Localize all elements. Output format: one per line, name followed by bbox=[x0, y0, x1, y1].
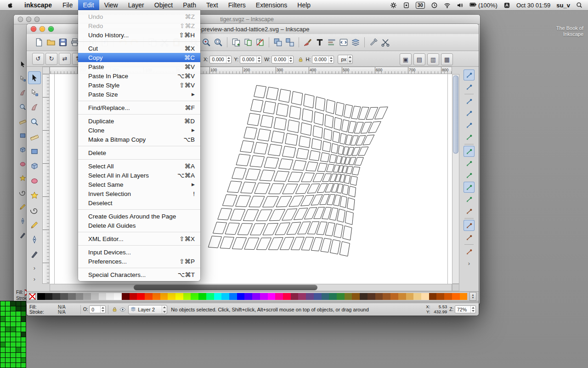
tool-pencil[interactable] bbox=[28, 218, 41, 231]
tool-star[interactable] bbox=[28, 189, 41, 202]
palette-swatch[interactable] bbox=[145, 293, 153, 300]
palette-swatch[interactable] bbox=[99, 293, 107, 300]
menubar-item-text[interactable]: Text bbox=[201, 0, 223, 10]
palette-swatch[interactable] bbox=[221, 293, 229, 300]
transform-gradient-toggle[interactable]: ▥ bbox=[427, 53, 439, 65]
layers-button[interactable] bbox=[350, 36, 362, 48]
palette-swatch[interactable] bbox=[452, 293, 460, 300]
palette-swatch[interactable] bbox=[375, 293, 383, 300]
palette-swatch[interactable] bbox=[444, 293, 452, 300]
close-button[interactable] bbox=[31, 26, 36, 32]
rotate-cw-button[interactable]: ↻ bbox=[45, 53, 57, 65]
snap-cusp-nodes-toggle[interactable] bbox=[464, 170, 475, 181]
input-w[interactable]: 0.000 bbox=[271, 56, 294, 63]
vertical-scrollbar[interactable] bbox=[452, 74, 459, 284]
close-button[interactable] bbox=[18, 17, 23, 22]
tool-measure[interactable] bbox=[28, 130, 41, 143]
snapbar-expander[interactable]: › bbox=[459, 258, 479, 269]
palette-swatch[interactable] bbox=[37, 293, 45, 300]
menu-item-xml-editor[interactable]: XML Editor...⇧⌘X bbox=[78, 234, 200, 243]
snap-page-border-toggle[interactable] bbox=[464, 246, 475, 257]
fill-stroke-indicator[interactable]: Fill: N/A Stroke: N/A bbox=[29, 305, 78, 315]
palette-swatch[interactable] bbox=[214, 293, 222, 300]
volume-icon[interactable] bbox=[457, 2, 464, 9]
horizontal-scroll-thumb[interactable] bbox=[134, 285, 317, 290]
save-button[interactable] bbox=[57, 36, 69, 48]
minimize-button[interactable] bbox=[40, 26, 45, 32]
menubar-item-layer[interactable]: Layer bbox=[123, 0, 149, 10]
prefs-button[interactable] bbox=[368, 36, 379, 48]
menu-item-delete-all-guides[interactable]: Delete All Guides bbox=[78, 221, 200, 230]
palette-swatch[interactable] bbox=[175, 293, 183, 300]
menubar-item-extensions[interactable]: Extensions bbox=[251, 0, 292, 10]
tool-pen[interactable] bbox=[28, 233, 41, 246]
palette-swatch[interactable] bbox=[153, 293, 160, 300]
palette-swatch[interactable] bbox=[368, 293, 375, 300]
palette-swatch[interactable] bbox=[183, 293, 191, 300]
stepper-arrows[interactable] bbox=[226, 56, 231, 63]
no-color-swatch[interactable] bbox=[29, 293, 36, 300]
palette-swatch[interactable] bbox=[60, 293, 68, 300]
menu-item-select-all[interactable]: Select All⌘A bbox=[78, 161, 200, 171]
tool-node[interactable] bbox=[28, 86, 41, 99]
menubar-item-filters[interactable]: Filters bbox=[223, 0, 251, 10]
palette-scroll-buttons[interactable]: ▲▼ bbox=[469, 292, 476, 301]
fast-user-switch[interactable]: su_v bbox=[556, 2, 570, 9]
palette-swatch[interactable] bbox=[206, 293, 214, 300]
calendar-menu-icon[interactable]: 30 bbox=[416, 2, 425, 9]
transform-pattern-toggle[interactable]: ▦ bbox=[441, 53, 453, 65]
tool-box3d[interactable] bbox=[28, 160, 41, 172]
layer-visibility-icon[interactable] bbox=[119, 306, 126, 313]
snap-bounding-box-toggle[interactable] bbox=[464, 69, 475, 80]
palette-swatch[interactable] bbox=[83, 293, 91, 300]
input-h[interactable]: 0.000 bbox=[312, 56, 334, 63]
opacity-input[interactable]: 0 bbox=[89, 305, 106, 313]
group-button[interactable] bbox=[272, 36, 284, 48]
menu-item-paste-size[interactable]: Paste Size▶ bbox=[78, 90, 200, 99]
snap-bbox-edge-midpoints-toggle[interactable] bbox=[464, 108, 475, 119]
ungroup-button[interactable] bbox=[284, 36, 296, 48]
palette-swatch[interactable] bbox=[352, 293, 360, 300]
palette-swatch[interactable] bbox=[244, 293, 252, 300]
unlink-button[interactable] bbox=[254, 36, 266, 48]
spotlight-icon[interactable] bbox=[576, 2, 582, 8]
tool-spiral[interactable] bbox=[28, 204, 41, 217]
snap-rotation-centers-toggle[interactable] bbox=[464, 232, 475, 243]
palette-swatch[interactable] bbox=[52, 293, 60, 300]
palette-swatch[interactable] bbox=[252, 293, 260, 300]
snap-object-centers-toggle[interactable] bbox=[464, 220, 475, 231]
zoom-button[interactable] bbox=[48, 26, 54, 32]
menubar-item-path[interactable]: Path bbox=[178, 0, 201, 10]
snap-path-intersections-toggle[interactable] bbox=[464, 158, 475, 169]
lock-ratio-icon[interactable] bbox=[298, 57, 304, 63]
text-button[interactable] bbox=[314, 36, 326, 48]
time-machine-icon[interactable] bbox=[431, 2, 438, 9]
fillstroke-button[interactable] bbox=[302, 36, 314, 48]
menu-item-delete[interactable]: Delete bbox=[78, 148, 200, 157]
traffic-lights[interactable] bbox=[31, 26, 54, 32]
gear-menu-icon[interactable] bbox=[390, 2, 397, 9]
palette-swatch[interactable] bbox=[460, 293, 468, 300]
palette-swatch[interactable] bbox=[45, 293, 53, 300]
menu-clock[interactable]: Oct 30 01:59 bbox=[516, 2, 550, 9]
palette-swatch[interactable] bbox=[390, 293, 398, 300]
stepper-arrows[interactable] bbox=[328, 56, 334, 63]
open-button[interactable] bbox=[45, 36, 57, 48]
align-button[interactable] bbox=[326, 36, 338, 48]
snap-line-midpoints-toggle[interactable] bbox=[464, 194, 475, 205]
palette-swatch[interactable] bbox=[122, 293, 130, 300]
stepper-arrows[interactable] bbox=[470, 306, 475, 313]
palette-swatch[interactable] bbox=[413, 293, 421, 300]
units-dropdown[interactable]: px bbox=[338, 55, 353, 64]
palette-swatch[interactable] bbox=[260, 293, 268, 300]
traffic-lights-inactive[interactable] bbox=[18, 17, 40, 22]
menu-item-duplicate[interactable]: Duplicate⌘D bbox=[78, 116, 200, 126]
palette-swatch[interactable] bbox=[275, 293, 283, 300]
menu-item-deselect[interactable]: Deselect bbox=[78, 198, 200, 207]
zoompage-button[interactable] bbox=[212, 36, 224, 48]
palette-swatch[interactable] bbox=[314, 293, 322, 300]
menu-item-paste-style[interactable]: Paste Style⇧⌘V bbox=[78, 80, 200, 90]
palette-swatch[interactable] bbox=[237, 293, 245, 300]
zoom-button[interactable] bbox=[34, 17, 40, 22]
stepper-arrows[interactable] bbox=[256, 56, 261, 63]
